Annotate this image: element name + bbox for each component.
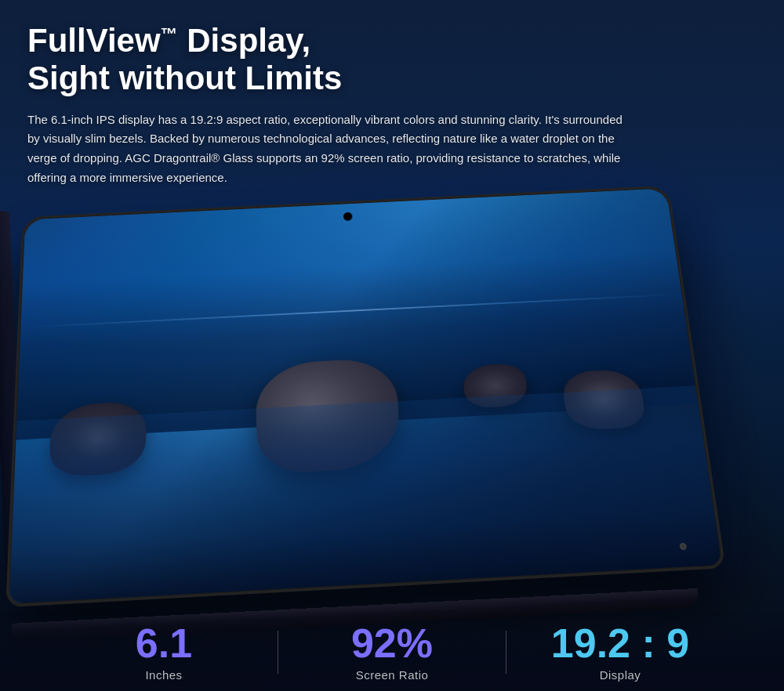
stat-screen-ratio: 92% Screen Ratio: [294, 623, 490, 682]
stat-label-display: Display: [600, 668, 641, 682]
stat-value-screen-ratio: 92%: [351, 623, 433, 664]
title-line2: Sight without Limits: [27, 60, 342, 96]
trademark-symbol: ™: [161, 24, 178, 44]
water-surface: [9, 385, 722, 603]
top-section: FullView™ Display, Sight without Limits …: [0, 0, 784, 204]
stat-value-display: 19.2 : 9: [551, 623, 689, 664]
title-fullview: FullView: [27, 22, 161, 59]
phone-display: [0, 172, 784, 611]
stat-divider-2: [506, 631, 506, 674]
phone-body: [0, 172, 784, 611]
stat-value-inches: 6.1: [136, 623, 192, 664]
phone-screen: [9, 188, 722, 603]
main-title: FullView™ Display, Sight without Limits: [27, 22, 757, 98]
stat-inches: 6.1 Inches: [66, 623, 262, 682]
page-wrapper: FullView™ Display, Sight without Limits …: [0, 0, 784, 691]
stat-divider-1: [278, 631, 278, 674]
description-text: The 6.1-inch IPS display has a 19.2:9 as…: [27, 110, 623, 188]
stat-label-inches: Inches: [145, 668, 182, 682]
stats-section: 6.1 Inches 92% Screen Ratio 19.2 : 9 Dis…: [0, 613, 784, 691]
title-display: Display,: [178, 22, 311, 59]
stat-label-screen-ratio: Screen Ratio: [356, 668, 429, 682]
phone-frame: [5, 186, 725, 607]
stat-display: 19.2 : 9 Display: [522, 623, 718, 682]
